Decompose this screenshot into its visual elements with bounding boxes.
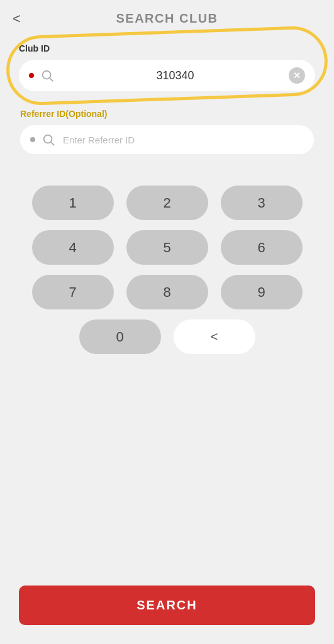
club-id-input-wrapper: ✕	[19, 60, 315, 91]
optional-dot	[30, 137, 35, 142]
keypad: 1 2 3 4 5 6 7 8 9 0 <	[19, 186, 315, 354]
main-content: Club ID ✕ Referrer ID(Optional) 1 2	[0, 37, 334, 560]
svg-line-3	[51, 142, 54, 145]
key-9[interactable]: 9	[221, 275, 303, 309]
club-id-section: Club ID ✕	[19, 43, 315, 91]
backspace-button[interactable]: <	[174, 319, 255, 354]
svg-point-0	[43, 71, 51, 79]
required-dot	[29, 73, 34, 78]
svg-line-1	[50, 78, 53, 81]
page-title: SEARCH CLUB	[116, 11, 218, 26]
back-button[interactable]: <	[13, 11, 21, 27]
search-icon	[40, 69, 54, 82]
keypad-row-4: 0 <	[79, 319, 255, 354]
key-7[interactable]: 7	[32, 275, 114, 309]
keypad-row-2: 4 5 6	[32, 230, 303, 265]
referrer-id-label: Referrer ID(Optional)	[20, 109, 314, 119]
keypad-row-3: 7 8 9	[32, 275, 303, 309]
bottom-section: SEARCH	[0, 560, 334, 644]
referrer-id-input-wrapper	[20, 125, 314, 154]
key-6[interactable]: 6	[221, 230, 303, 265]
key-5[interactable]: 5	[126, 230, 208, 265]
key-0[interactable]: 0	[79, 319, 161, 354]
search-button[interactable]: SEARCH	[19, 586, 315, 625]
svg-point-2	[44, 135, 52, 143]
key-1[interactable]: 1	[32, 186, 114, 220]
club-id-label: Club ID	[19, 43, 315, 53]
header: < SEARCH CLUB	[0, 0, 334, 37]
key-2[interactable]: 2	[126, 186, 208, 220]
search-icon-referrer	[42, 133, 55, 147]
key-4[interactable]: 4	[32, 230, 114, 265]
key-3[interactable]: 3	[221, 186, 303, 220]
referrer-id-input[interactable]	[63, 133, 304, 147]
referrer-id-section: Referrer ID(Optional)	[19, 109, 315, 154]
club-id-input[interactable]	[62, 69, 289, 82]
keypad-row-1: 1 2 3	[32, 186, 303, 220]
clear-button[interactable]: ✕	[289, 67, 305, 84]
key-8[interactable]: 8	[126, 275, 208, 309]
